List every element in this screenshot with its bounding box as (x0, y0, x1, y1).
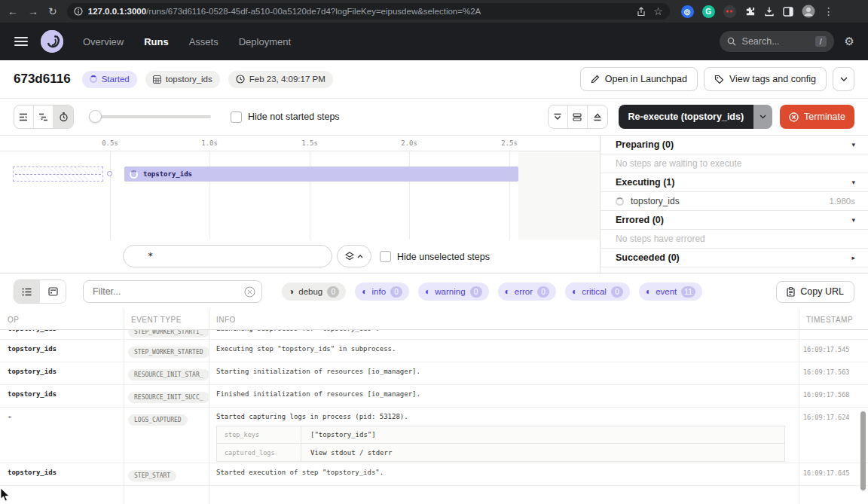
log-row[interactable]: topstory_ids RESOURCE_INIT_STAR_ Startin… (0, 362, 868, 385)
level-toggle-error[interactable]: ◐ error 0 (498, 283, 557, 301)
section-errored-header[interactable]: Errored (0) ▾ (601, 211, 868, 230)
open-in-launchpad-button[interactable]: Open in Launchpad (580, 67, 698, 91)
hamburger-menu-icon[interactable] (14, 35, 28, 48)
step-selector-input[interactable] (123, 245, 332, 267)
gantt-time-axis: 0.5s 1.0s 1.5s 2.0s 2.5s (0, 136, 600, 151)
hide-unselected-checkbox[interactable] (380, 251, 391, 262)
level-toggle-warning[interactable]: ◐ warning 0 (418, 283, 489, 301)
log-view-toggle-group (14, 279, 66, 304)
terminate-button[interactable]: Terminate (780, 105, 854, 129)
gantt-zoom-slider[interactable] (90, 115, 211, 118)
event-type-chip: STEP_WORKER_STARTI_ (128, 330, 209, 338)
event-log-section: ◑ debug 0 ◐ info 0 ◐ warning 0 ◐ error 0… (0, 273, 868, 504)
log-row[interactable]: topstory_ids STEP_WORKER_STARTED Executi… (0, 340, 868, 362)
hide-unselected-label: Hide unselected steps (397, 252, 490, 262)
chevron-right-icon: ▸ (851, 254, 855, 261)
gantt-zoom-slider-knob[interactable] (89, 110, 102, 123)
section-succeeded-header[interactable]: Succeeded (0) ▸ (601, 249, 868, 267)
run-header: 673d6116 Started topstory_ids Feb 23, 4:… (0, 60, 868, 99)
level-toggle-debug[interactable]: ◑ debug 0 (282, 283, 346, 301)
share-icon[interactable] (637, 7, 646, 17)
global-search[interactable]: Search... / (720, 31, 834, 52)
nav-runs[interactable]: Runs (144, 36, 169, 47)
browser-chrome: ← → ↻ 127.0.0.1:3000/runs/673d6116-0528-… (0, 0, 868, 23)
section-preparing-empty: No steps are waiting to execute (601, 154, 868, 173)
view-tags-config-button[interactable]: View tags and config (704, 67, 827, 91)
chevron-down-icon (760, 115, 766, 119)
back-icon[interactable]: ← (8, 6, 18, 17)
search-icon (727, 37, 736, 46)
step-status-panel: Preparing (0) ▾ No steps are waiting to … (600, 136, 868, 273)
level-toggle-info[interactable]: ◐ info 0 (355, 283, 409, 301)
col-info: INFO (209, 316, 799, 324)
job-tag[interactable]: topstory_ids (145, 71, 220, 88)
pane-layout-group (548, 105, 608, 129)
expand-pane-button[interactable] (588, 105, 607, 128)
gantt-step-bar[interactable]: topstory_ids (124, 166, 518, 182)
log-row[interactable]: topstory_ids RESOURCE_INIT_SUCC_ Finishe… (0, 385, 868, 408)
metadata-row: captured_logs View stdout / stderr (217, 444, 784, 461)
nav-deployment[interactable]: Deployment (239, 36, 291, 47)
sidepanel-icon[interactable] (783, 7, 793, 17)
password-extension-icon[interactable]: ◎ (681, 5, 694, 18)
copy-url-button[interactable]: Copy URL (776, 281, 854, 303)
event-type-chip: RESOURCE_INIT_SUCC_ (128, 392, 209, 403)
bot-extension-icon[interactable] (723, 5, 736, 18)
log-list-view-button[interactable] (14, 280, 40, 303)
clear-filter-icon[interactable] (244, 286, 255, 298)
grammarly-extension-icon[interactable]: G (702, 5, 715, 18)
hide-not-started-checkbox[interactable] (231, 111, 242, 123)
job-grid-icon (153, 75, 161, 84)
level-toggle-event[interactable]: ◐ event 11 (639, 283, 702, 301)
log-filter-input[interactable] (84, 286, 261, 297)
section-preparing-header[interactable]: Preparing (0) ▾ (601, 136, 868, 154)
re-execute-button[interactable]: Re-execute (topstory_ids) (619, 105, 754, 129)
address-bar[interactable]: 127.0.0.1:3000/runs/673d6116-0528-45df-a… (67, 3, 670, 20)
gantt-timed-view-button[interactable] (53, 105, 73, 128)
extensions-puzzle-icon[interactable] (744, 6, 756, 17)
view-stdout-stderr-link[interactable]: View stdout / stderr (301, 449, 401, 457)
reload-icon[interactable]: ↻ (48, 6, 57, 17)
settings-gear-icon[interactable]: ⚙ (845, 35, 854, 48)
gantt-flat-view-button[interactable] (14, 105, 34, 128)
url-text[interactable]: 127.0.0.1:3000/runs/673d6116-0528-45df-a… (88, 7, 631, 16)
log-row[interactable]: topstory_ids STEP_START Started executio… (0, 463, 868, 486)
step-query-options-button[interactable] (337, 245, 371, 267)
downloads-icon[interactable] (764, 6, 775, 17)
axis-tick: 2.5s (501, 139, 518, 147)
split-pane-button[interactable] (568, 105, 588, 128)
collapse-pane-button[interactable] (549, 105, 568, 128)
log-scrollbar-thumb[interactable] (860, 411, 866, 490)
step-spinner-icon (616, 197, 624, 206)
clock-icon (236, 75, 245, 84)
log-row[interactable]: - LOGS_CAPTURED Started capturing logs i… (0, 408, 868, 463)
status-spinner-icon (90, 75, 97, 83)
section-errored-empty: No steps have errored (601, 230, 868, 249)
forward-icon[interactable]: → (28, 6, 38, 17)
log-raw-view-button[interactable] (40, 280, 66, 303)
level-count-badge: 0 (611, 286, 623, 298)
col-op: OP (0, 316, 124, 324)
profile-avatar[interactable] (802, 5, 815, 18)
gantt-waterfall-view-button[interactable] (34, 105, 53, 128)
site-info-icon[interactable] (74, 7, 83, 16)
section-executing-header[interactable]: Executing (1) ▾ (601, 173, 868, 192)
gantt-step-label: topstory_ids (143, 170, 192, 178)
executing-step-row[interactable]: topstory_ids 1.980s (601, 192, 868, 211)
toggle-icon: ◑ (289, 287, 294, 296)
event-type-chip: STEP_START (128, 470, 176, 481)
nav-assets[interactable]: Assets (189, 36, 219, 47)
browser-menu-kebab-icon[interactable]: ⋮ (824, 6, 834, 17)
metadata-row: step_keys ["topstory_ids"] (217, 426, 784, 444)
run-actions-chevron-button[interactable] (833, 67, 854, 91)
re-execute-split-button: Re-execute (topstory_ids) (619, 105, 773, 129)
bookmark-star-icon[interactable]: ☆ (653, 6, 663, 17)
chevron-up-icon (357, 255, 363, 258)
dagster-logo[interactable] (41, 30, 63, 53)
log-row[interactable]: topstory_ids STEP_WORKER_STARTI_ Launchi… (0, 330, 868, 340)
level-toggle-critical[interactable]: ◐ critical 0 (565, 283, 630, 301)
re-execute-dropdown-button[interactable] (753, 105, 772, 129)
gantt-connector-dot (107, 171, 112, 176)
nav-overview[interactable]: Overview (83, 36, 124, 47)
step-spinner-icon (130, 170, 138, 179)
